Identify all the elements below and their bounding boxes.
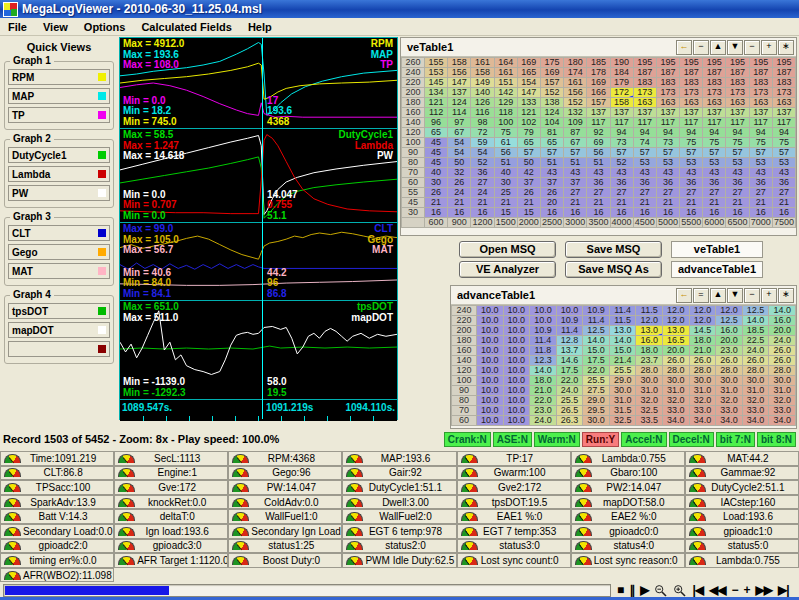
table-cell[interactable]: 152 (540, 88, 563, 98)
sidebar-item-map[interactable]: MAP (8, 88, 110, 104)
table-cell[interactable]: 158 (610, 98, 633, 108)
table-cell[interactable]: 14.0 (583, 336, 610, 346)
table-cell[interactable]: 27 (680, 188, 703, 198)
table-cell[interactable]: 11.4 (583, 316, 610, 326)
minus-icon[interactable]: − (693, 40, 709, 55)
table-cell[interactable]: 79 (517, 128, 540, 138)
table-cell[interactable]: 187 (703, 68, 726, 78)
table-cell[interactable]: 43 (587, 168, 610, 178)
table-cell[interactable]: 96 (425, 118, 448, 128)
table-cell[interactable]: 152 (564, 98, 587, 108)
table-cell[interactable]: 16 (425, 208, 448, 218)
table-cell[interactable]: 12.0 (716, 306, 743, 316)
table-cell[interactable]: 75 (726, 138, 749, 148)
table-cell[interactable]: 10.0 (477, 336, 504, 346)
table-cell[interactable]: 169 (517, 58, 540, 68)
table-cell[interactable]: 129 (494, 98, 517, 108)
table-cell[interactable]: 187 (680, 68, 703, 78)
table-cell[interactable]: 195 (656, 58, 679, 68)
table-cell[interactable]: 28.0 (769, 366, 796, 376)
table-cell[interactable]: 30.0 (769, 376, 796, 386)
table-cell[interactable]: 52 (610, 158, 633, 168)
table-cell[interactable]: 173 (680, 88, 703, 98)
table-cell[interactable]: 57 (749, 148, 772, 158)
table-cell[interactable]: 16 (610, 208, 633, 218)
table-cell[interactable]: 57 (610, 148, 633, 158)
table-cell[interactable]: 25.5 (609, 366, 636, 376)
table-cell[interactable]: 29.5 (583, 406, 610, 416)
table-cell[interactable]: 24.0 (556, 386, 583, 396)
table-cell[interactable]: 21 (448, 198, 471, 208)
table-cell[interactable]: 16 (680, 208, 703, 218)
sidebar-item-pw[interactable]: PW (8, 185, 110, 201)
table-cell[interactable]: 14.0 (742, 316, 769, 326)
table-cell[interactable]: 185 (587, 58, 610, 68)
table-cell[interactable]: 28.0 (689, 366, 716, 376)
table-cell[interactable]: 23.0 (716, 346, 743, 356)
table-cell[interactable]: 26 (517, 188, 540, 198)
table-cell[interactable]: 13.0 (609, 326, 636, 336)
table-cell[interactable]: 195 (680, 58, 703, 68)
table-cell[interactable]: 16 (633, 208, 656, 218)
table-cell[interactable]: 36 (656, 178, 679, 188)
table-cell[interactable]: 33.0 (716, 406, 743, 416)
table-cell[interactable]: 163 (633, 98, 656, 108)
table-cell[interactable]: 11.5 (609, 316, 636, 326)
table-cell[interactable]: 57 (726, 148, 749, 158)
table-cell[interactable]: 163 (749, 98, 772, 108)
table-cell[interactable]: 56 (587, 148, 610, 158)
table-cell[interactable]: 17.5 (556, 366, 583, 376)
table-cell[interactable]: 14.0 (769, 306, 796, 316)
table-cell[interactable]: 137 (703, 108, 726, 118)
table-cell[interactable]: 57 (680, 148, 703, 158)
table-cell[interactable]: 20 (540, 198, 563, 208)
graph-panel-4[interactable]: Max = 651.0Max = 511.0tpsDOTmapDOTMin = … (120, 301, 397, 400)
table-cell[interactable]: 26.0 (742, 356, 769, 366)
table-cell[interactable]: 40 (494, 168, 517, 178)
table-cell[interactable]: 50 (448, 158, 471, 168)
table-cell[interactable]: 12.0 (636, 316, 663, 326)
table-cell[interactable]: 21.4 (609, 356, 636, 366)
table-cell[interactable]: 34.0 (716, 416, 743, 426)
table-cell[interactable]: 109 (564, 118, 587, 128)
table-cell[interactable]: 179 (610, 78, 633, 88)
table-cell[interactable]: 33.0 (769, 406, 796, 416)
table-cell[interactable]: 137 (680, 108, 703, 118)
table-cell[interactable]: 10.0 (477, 316, 504, 326)
table-cell[interactable]: 94 (703, 128, 726, 138)
table-cell[interactable]: 140 (471, 88, 494, 98)
table-cell[interactable]: 34.0 (742, 416, 769, 426)
table-cell[interactable]: 12.5 (742, 306, 769, 316)
sidebar-item-clt[interactable]: CLT (8, 225, 110, 241)
table-cell[interactable]: 21 (726, 198, 749, 208)
table-cell[interactable]: 10.0 (503, 406, 530, 416)
table-cell[interactable]: 13.0 (663, 326, 690, 336)
table-cell[interactable]: 163 (726, 98, 749, 108)
table-cell[interactable]: 24 (471, 188, 494, 198)
table-cell[interactable]: 30.0 (689, 376, 716, 386)
table-cell[interactable]: 173 (749, 88, 772, 98)
table-cell[interactable]: 174 (564, 68, 587, 78)
table-cell[interactable]: 34.0 (769, 416, 796, 426)
table-cell[interactable]: 20.0 (663, 346, 690, 356)
table-cell[interactable]: 37 (517, 178, 540, 188)
table-cell[interactable]: 10.0 (503, 306, 530, 316)
table-cell[interactable]: 16 (726, 208, 749, 218)
table-cell[interactable]: 142 (494, 88, 517, 98)
table-cell[interactable]: 117 (680, 118, 703, 128)
table-cell[interactable]: 164 (494, 58, 517, 68)
table-cell[interactable]: 137 (656, 108, 679, 118)
table-cell[interactable]: 32.5 (636, 406, 663, 416)
table-cell[interactable]: 23.0 (530, 406, 557, 416)
table-cell[interactable]: 10.0 (503, 396, 530, 406)
skip-first-button[interactable]: |◀ (692, 584, 703, 597)
table-cell[interactable]: 27.5 (583, 386, 610, 396)
table-cell[interactable]: 21 (633, 198, 656, 208)
table-cell[interactable]: 27 (656, 188, 679, 198)
table-cell[interactable]: 184 (610, 68, 633, 78)
table-cell[interactable]: 37 (564, 178, 587, 188)
table-cell[interactable]: 18.0 (530, 376, 557, 386)
table-cell[interactable]: 26 (425, 188, 448, 198)
table-cell[interactable]: 20.0 (769, 326, 796, 336)
table-cell[interactable]: 34.0 (663, 416, 690, 426)
